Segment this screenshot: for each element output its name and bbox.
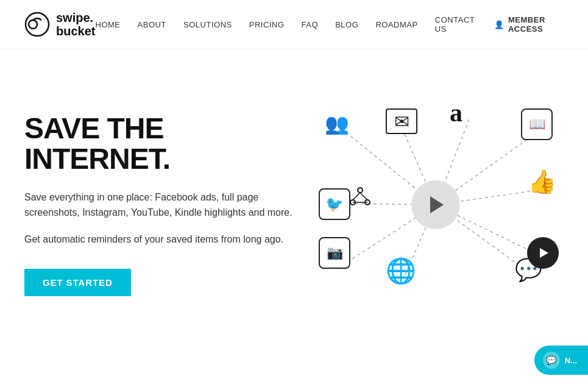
hero-illustration: 👥 ✉ a 📖 🐦 👍 📷 🌐 💬 xyxy=(308,95,564,314)
nav-member-access[interactable]: 👤 MEMBER ACCESS xyxy=(494,15,564,34)
group-icon: 👥 xyxy=(325,112,349,135)
hero-section: SAVE THE INTERNET. Save everything in on… xyxy=(0,49,588,348)
nav-home[interactable]: HOME xyxy=(95,20,120,29)
amazon-icon: a xyxy=(450,98,462,127)
network-icon xyxy=(349,185,371,207)
hero-title: SAVE THE INTERNET. xyxy=(24,113,305,175)
thumbs-up-icon: 👍 xyxy=(528,168,556,195)
logo[interactable]: swipe. bucket xyxy=(24,11,95,38)
chat-widget[interactable]: 💬 N... xyxy=(534,346,588,375)
svg-point-1 xyxy=(29,20,37,29)
video-play-icon xyxy=(527,237,559,269)
nav-contact-us[interactable]: CONTACT US xyxy=(435,15,478,34)
chat-widget-icon: 💬 xyxy=(543,352,560,369)
member-icon: 👤 xyxy=(494,20,505,29)
hero-description-2: Get automatic reminders of your saved it… xyxy=(24,232,305,247)
logo-text: swipe. bucket xyxy=(56,11,95,38)
nav-pricing[interactable]: PRICING xyxy=(249,20,285,29)
header: swipe. bucket HOME ABOUT SOLUTIONS PRICI… xyxy=(0,0,588,49)
center-play-button[interactable] xyxy=(411,180,460,229)
logo-icon xyxy=(24,12,50,37)
twitter-icon: 🐦 xyxy=(319,188,350,220)
hero-description-1: Save everything in one place: Facebook a… xyxy=(24,190,305,221)
hero-text-block: SAVE THE INTERNET. Save everything in on… xyxy=(24,113,305,297)
chat-widget-label: N... xyxy=(565,356,577,365)
kindle-icon: 📖 xyxy=(521,108,553,140)
nav-blog[interactable]: BLOG xyxy=(335,20,358,29)
globe-icon: 🌐 xyxy=(386,257,416,285)
svg-line-15 xyxy=(353,193,360,200)
play-icon xyxy=(430,196,444,213)
nav-faq[interactable]: FAQ xyxy=(302,20,319,29)
svg-line-16 xyxy=(360,193,367,200)
nav-about[interactable]: ABOUT xyxy=(138,20,166,29)
instagram-icon: 📷 xyxy=(319,237,350,269)
nav-solutions[interactable]: SOLUTIONS xyxy=(183,20,232,29)
main-nav: HOME ABOUT SOLUTIONS PRICING FAQ BLOG RO… xyxy=(95,15,564,34)
svg-point-12 xyxy=(358,188,363,193)
email-icon: ✉ xyxy=(386,108,417,134)
get-started-button[interactable]: GET STARTED xyxy=(24,269,131,296)
nav-roadmap[interactable]: ROADMAP xyxy=(375,20,417,29)
